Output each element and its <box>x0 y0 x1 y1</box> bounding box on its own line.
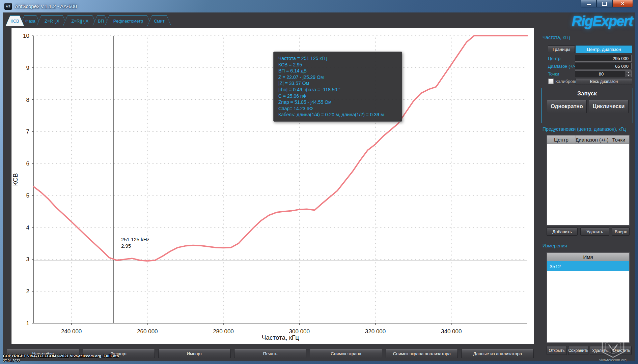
run-section-title: Запуск <box>542 90 633 97</box>
measurement-row[interactable]: 3512 <box>547 261 629 271</box>
svg-text:9: 9 <box>26 65 29 71</box>
export-button[interactable]: Экспорт <box>83 349 155 358</box>
import-button[interactable]: Импорт <box>158 349 231 358</box>
measurement-open-button[interactable]: Открыть <box>547 346 567 355</box>
run-single-button[interactable]: Однократно <box>547 100 587 113</box>
window-controls: × <box>581 0 633 7</box>
settings-button[interactable]: Настройки <box>7 349 79 358</box>
tab-bar: КСВ Фаза Z=R+jX Z=R||+jX ВП Рефлектометр… <box>5 16 167 26</box>
presets-col-points: Точки <box>608 135 629 144</box>
svg-text:260 000: 260 000 <box>137 328 158 335</box>
tab-reflectometer[interactable]: Рефлектометр <box>105 16 152 26</box>
svg-text:8: 8 <box>26 97 29 103</box>
preset-add-button[interactable]: Добавить <box>547 228 578 236</box>
tooltip-line: |Z| = 33.57 Ом <box>278 80 397 87</box>
svg-text:251 125 kHz: 251 125 kHz <box>121 237 149 242</box>
points-input[interactable] <box>575 70 632 77</box>
screenshot-button[interactable]: Снимок экрана <box>310 349 382 358</box>
measurements-table-header: Имя <box>547 253 629 261</box>
titlebar: AS AntScope2 v.1.1.2 - AA-600 <box>0 0 638 12</box>
svg-text:2: 2 <box>26 288 29 295</box>
svg-text:КСВ: КСВ <box>12 173 19 186</box>
analyzer-data-button[interactable]: Данные из анализатора <box>461 349 534 358</box>
svg-text:1: 1 <box>26 320 29 327</box>
window-frame: AS AntScope2 v.1.1.2 - AA-600 × КСВ Фаза… <box>0 0 638 364</box>
tooltip-line: Z = 22.07 - j25.29 Ом <box>278 74 397 81</box>
screen: AS AntScope2 v.1.1.2 - AA-600 × КСВ Фаза… <box>0 0 638 364</box>
window-title: AntScope2 v.1.1.2 - AA-600 <box>15 3 77 9</box>
tooltip-line: КСВ = 2.95 <box>278 62 397 68</box>
svg-text:340 000: 340 000 <box>441 328 462 335</box>
chart-panel: 12345678910240 000260 000280 000300 0003… <box>11 28 534 344</box>
swr-chart[interactable]: 12345678910240 000260 000280 000300 0003… <box>11 28 534 344</box>
svg-text:3: 3 <box>26 256 29 263</box>
svg-text:7: 7 <box>26 128 29 135</box>
maximize-button[interactable] <box>597 0 612 7</box>
run-cyclic-button[interactable]: Циклически <box>589 100 629 113</box>
points-label: Точки <box>548 71 559 77</box>
presets-col-center: Центр <box>547 135 576 144</box>
tab-z-series[interactable]: Z=R+jX <box>36 16 67 26</box>
tab-swr[interactable]: КСВ <box>5 16 24 26</box>
minimize-button[interactable] <box>581 0 597 7</box>
presets-section-label: Предустановки (центр, диапазон), кГц <box>543 126 626 132</box>
svg-text:240 000: 240 000 <box>61 328 82 335</box>
preset-delete-button[interactable]: Удалить <box>580 228 609 236</box>
tab-z-parallel[interactable]: Z=R||+jX <box>63 16 97 26</box>
preset-up-button[interactable]: Вверх <box>612 228 630 236</box>
maximize-icon <box>602 2 607 6</box>
measurement-delete-button[interactable]: Удалить <box>590 346 610 355</box>
close-button[interactable]: × <box>612 0 633 7</box>
app-area: КСВ Фаза Z=R+jX Z=R||+jX ВП Рефлектометр… <box>3 12 635 361</box>
svg-text:6: 6 <box>26 160 29 167</box>
presets-table-header: Центр Диапазон (+/-) Точки <box>547 135 629 144</box>
center-input[interactable] <box>575 55 632 62</box>
spin-up-icon[interactable] <box>626 71 631 74</box>
app-icon: AS <box>4 3 12 10</box>
measurements-table[interactable]: Имя 3512 <box>547 252 630 343</box>
tooltip-line: |rho| = 0.49, фаза = -118.50 ° <box>278 87 397 93</box>
measurements-buttons: Открыть Сохранить Удалить Очистить <box>547 346 632 354</box>
svg-text:2.95: 2.95 <box>121 243 131 249</box>
cursor-tooltip: Частота = 251 125 кГц КСВ = 2.95 ВП = 6.… <box>273 52 402 122</box>
tooltip-line: Кабель: длина(1/4) = 0.20 м, длина(1/2) … <box>278 112 397 118</box>
presets-col-span: Диапазон (+/-) <box>576 135 608 144</box>
sidebar: RigExpert Частота, кГц Границы Центр, ди… <box>539 12 635 361</box>
svg-text:280 000: 280 000 <box>213 328 233 335</box>
spin-down-icon[interactable] <box>626 74 631 77</box>
presets-table[interactable]: Центр Диапазон (+/-) Точки <box>547 135 630 225</box>
tooltip-line: C = 25.06 пФ <box>278 93 397 99</box>
tooltip-line: Zпар = 51.05 - j44.55 Ом <box>278 99 397 105</box>
rigexpert-logo: RigExpert <box>572 13 633 29</box>
minimize-icon <box>587 4 591 5</box>
svg-text:Частота, кГц: Частота, кГц <box>262 334 299 341</box>
analyzer-screenshot-button[interactable]: Снимок экрана анализатора <box>386 349 458 358</box>
svg-text:320 000: 320 000 <box>365 328 386 335</box>
close-icon: × <box>621 1 624 6</box>
measurements-col-name: Имя <box>547 253 629 261</box>
run-section: Запуск Однократно Циклически <box>541 88 633 123</box>
tooltip-line: ВП = 6.14 дБ <box>278 68 397 74</box>
tab-smith[interactable]: Смит <box>147 16 171 26</box>
frequency-section-label: Частота, кГц <box>543 35 570 40</box>
measurement-save-button[interactable]: Сохранить <box>568 346 588 355</box>
span-input[interactable] <box>575 63 632 69</box>
points-spin-buttons[interactable] <box>626 71 631 77</box>
tooltip-line: Спар= 14.23 пФ <box>278 105 397 112</box>
bounds-mode-button[interactable]: Границы <box>548 46 575 53</box>
calibration-checkbox[interactable] <box>548 79 554 84</box>
measurement-clear-button[interactable]: Очистить <box>611 346 632 355</box>
svg-text:4: 4 <box>26 224 29 231</box>
tooltip-line: Частота = 251 125 кГц <box>278 55 397 62</box>
svg-text:5: 5 <box>26 192 29 199</box>
measurements-section-label: Измерения <box>543 243 567 248</box>
svg-text:10: 10 <box>23 33 29 39</box>
print-button[interactable]: Печать <box>234 349 307 358</box>
bottom-toolbar: Настройки Экспорт Импорт Печать Снимок э… <box>7 349 534 358</box>
full-span-button[interactable]: Весь диапазон <box>576 78 632 85</box>
center-label: Центр <box>548 56 560 61</box>
presets-buttons: Добавить Удалить Вверх <box>547 228 630 236</box>
center-span-mode-button[interactable]: Центр, диапазон <box>576 46 632 53</box>
span-label: Диапазон (+/-) <box>548 64 577 69</box>
